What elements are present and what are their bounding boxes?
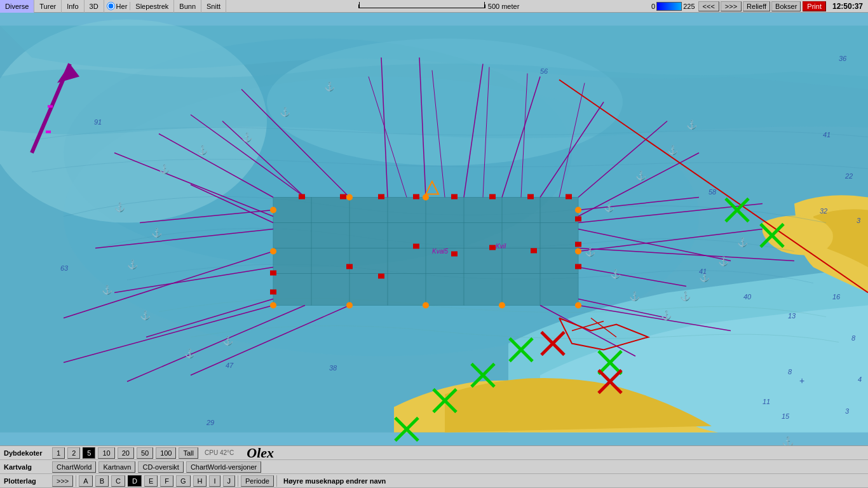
- depth-gradient: [656, 2, 682, 11]
- status-text: Høyre museknapp endrer navn: [278, 477, 868, 485]
- svg-text:⚓: ⚓: [737, 237, 749, 248]
- svg-text:63: 63: [60, 264, 69, 272]
- depth-btn-tall[interactable]: Tall: [179, 447, 198, 459]
- plotterlag-row: Plotterlag >>> A B C D E F G H I J Perio…: [0, 474, 868, 488]
- svg-text:11: 11: [763, 398, 770, 405]
- kartvalg-row: Kartvalg ChartWorld Kartnavn CD-oversikt…: [0, 460, 868, 474]
- menu-her-radio[interactable]: Her: [104, 2, 131, 10]
- svg-text:16: 16: [832, 293, 841, 301]
- print-btn[interactable]: Print: [803, 1, 826, 11]
- menu-bunn[interactable]: Bunn: [174, 0, 201, 13]
- kartvalg-chartworld[interactable]: ChartWorld: [52, 461, 96, 473]
- svg-text:⚓: ⚓: [197, 145, 208, 156]
- plotterlag-nav-btn[interactable]: >>>: [52, 475, 73, 487]
- svg-rect-79: [413, 244, 419, 249]
- svg-rect-83: [346, 264, 353, 269]
- svg-text:⚓: ⚓: [184, 348, 196, 359]
- svg-text:4: 4: [858, 376, 862, 383]
- svg-text:58: 58: [709, 188, 717, 196]
- dybdekoter-label: Dybdekoter: [0, 449, 51, 457]
- layer-G[interactable]: G: [176, 475, 191, 487]
- svg-rect-70: [378, 194, 384, 200]
- layer-H[interactable]: H: [193, 475, 207, 487]
- menu-diverse[interactable]: Diverse: [0, 0, 34, 13]
- scale-line: [358, 4, 485, 8]
- svg-rect-78: [575, 264, 581, 269]
- svg-text:47: 47: [226, 362, 234, 369]
- svg-text:⚓: ⚓: [280, 107, 291, 118]
- svg-text:⚓: ⚓: [610, 269, 621, 280]
- kartvalg-chartworld-versjoner[interactable]: ChartWorld-versjoner: [186, 461, 261, 473]
- svg-rect-66: [270, 271, 276, 276]
- svg-text:13: 13: [788, 312, 796, 320]
- kartvalg-cd-oversikt[interactable]: CD-oversikt: [138, 461, 183, 473]
- layer-B[interactable]: B: [95, 475, 109, 487]
- app: Diverse Turer Info 3D Her Slepestrek Bun…: [0, 0, 868, 488]
- svg-text:⚓: ⚓: [159, 164, 170, 175]
- svg-point-60: [499, 302, 505, 309]
- svg-text:⚓: ⚓: [222, 336, 234, 346]
- svg-text:⚓: ⚓: [102, 285, 113, 295]
- svg-point-56: [270, 248, 276, 255]
- layer-F[interactable]: F: [160, 475, 173, 487]
- svg-text:⚓: ⚓: [604, 202, 615, 213]
- layer-A[interactable]: A: [79, 475, 92, 487]
- menu-3d[interactable]: 3D: [85, 0, 104, 13]
- svg-rect-72: [451, 194, 458, 200]
- layer-E[interactable]: E: [144, 475, 158, 487]
- her-radio-input[interactable]: [107, 2, 115, 10]
- svg-text:⚓: ⚓: [114, 202, 126, 213]
- menu-info[interactable]: Info: [62, 0, 84, 13]
- layer-D[interactable]: D: [128, 475, 142, 487]
- svg-text:⚓: ⚓: [661, 310, 672, 321]
- depth-btn-20[interactable]: 20: [118, 447, 134, 459]
- svg-text:41: 41: [699, 268, 707, 275]
- relief-btn[interactable]: Relieff: [743, 1, 770, 11]
- svg-rect-74: [527, 194, 534, 200]
- map-container[interactable]: Kval5 Kvil ⚓ ⚓ ⚓ ⚓ ⚓ ⚓ ⚓ ⚓ ⚓ ⚓ ⚓ ⚓ ⚓ ⚓ ⚓…: [0, 13, 868, 445]
- map-svg: Kval5 Kvil ⚓ ⚓ ⚓ ⚓ ⚓ ⚓ ⚓ ⚓ ⚓ ⚓ ⚓ ⚓ ⚓ ⚓ ⚓…: [0, 13, 868, 445]
- layer-J[interactable]: J: [223, 475, 236, 487]
- svg-text:38: 38: [329, 364, 337, 372]
- cpu-label: CPU 42°C: [205, 449, 236, 456]
- svg-text:⚓: ⚓: [782, 436, 794, 446]
- svg-rect-131: [48, 105, 53, 108]
- clock: 12:50:37: [827, 2, 868, 11]
- menubar: Diverse Turer Info 3D Her Slepestrek Bun…: [0, 0, 868, 13]
- svg-rect-132: [46, 131, 51, 133]
- svg-text:⚓: ⚓: [324, 81, 336, 92]
- menu-turer[interactable]: Turer: [34, 0, 62, 13]
- svg-rect-84: [378, 274, 384, 279]
- menu-snitt[interactable]: Snitt: [201, 0, 226, 13]
- periode-btn[interactable]: Periode: [241, 475, 274, 487]
- depth-btn-10[interactable]: 10: [98, 447, 114, 459]
- kartvalg-kartnavn[interactable]: Kartnavn: [98, 461, 135, 473]
- svg-text:Kval5: Kval5: [432, 248, 448, 255]
- depth-btn-5[interactable]: 5: [83, 447, 95, 459]
- svg-text:⚓: ⚓: [686, 119, 698, 130]
- svg-text:⚓: ⚓: [667, 145, 679, 156]
- depth-btn-2[interactable]: 2: [67, 447, 80, 459]
- svg-text:22: 22: [844, 172, 853, 180]
- bottom-bars: Dybdekoter 1 2 5 10 20 50 100 Tall CPU 4…: [0, 445, 868, 488]
- svg-text:⚓: ⚓: [635, 170, 647, 181]
- nav-prev-btn[interactable]: <<<: [698, 1, 719, 11]
- kartvalg-label: Kartvalg: [0, 463, 51, 471]
- layer-C[interactable]: C: [111, 475, 125, 487]
- menu-slepestrek[interactable]: Slepestrek: [130, 0, 174, 13]
- svg-point-55: [270, 207, 276, 214]
- right-spacer: CPU 42°C Olex: [205, 445, 868, 461]
- svg-text:⚓: ⚓: [585, 247, 596, 257]
- separator-2: [238, 475, 238, 487]
- svg-text:+: +: [799, 376, 804, 386]
- depth-btn-100[interactable]: 100: [156, 447, 176, 459]
- svg-text:⚓: ⚓: [241, 132, 253, 143]
- svg-point-61: [575, 207, 581, 214]
- layer-I[interactable]: I: [209, 475, 220, 487]
- depth-btn-1[interactable]: 1: [52, 447, 65, 459]
- svg-text:40: 40: [743, 293, 752, 301]
- svg-rect-82: [531, 248, 537, 254]
- depth-btn-50[interactable]: 50: [137, 447, 153, 459]
- nav-next-btn[interactable]: >>>: [721, 1, 742, 11]
- bokser-btn[interactable]: Bokser: [771, 1, 801, 11]
